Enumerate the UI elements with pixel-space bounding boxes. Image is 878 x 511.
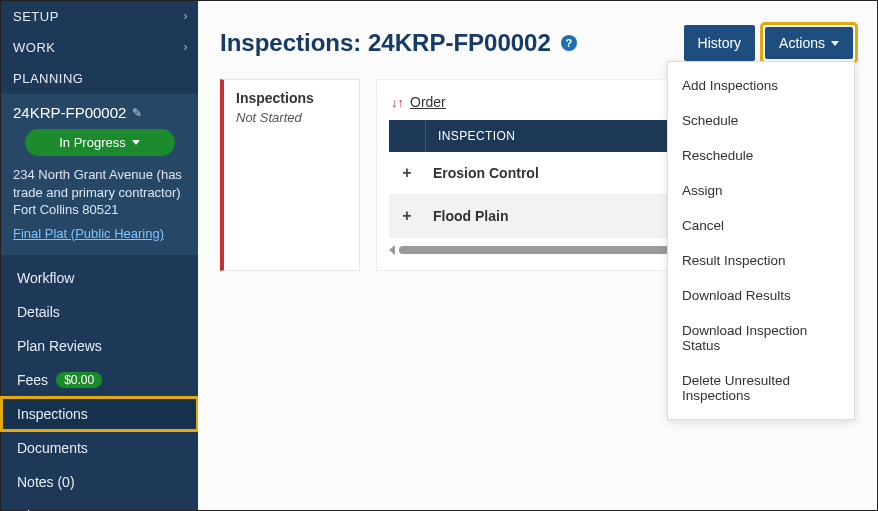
top-nav: SETUP WORK PLANNING bbox=[1, 1, 198, 94]
nav-workflow[interactable]: Workflow bbox=[1, 261, 198, 295]
page-title-text: Inspections: 24KRP-FP00002 bbox=[220, 29, 551, 57]
caret-down-icon bbox=[132, 140, 140, 145]
fee-amount-pill: $0.00 bbox=[56, 372, 102, 388]
action-download-results[interactable]: Download Results bbox=[668, 278, 854, 313]
edit-icon[interactable]: ✎ bbox=[132, 106, 142, 120]
nav-inspections[interactable]: Inspections bbox=[1, 397, 198, 431]
status-card: Inspections Not Started bbox=[220, 79, 360, 271]
status-card-subtitle: Not Started bbox=[236, 110, 347, 125]
actions-button-highlight: Actions bbox=[763, 25, 855, 61]
sidebar: SETUP WORK PLANNING 24KRP-FP00002 ✎ In P… bbox=[1, 1, 198, 510]
action-add-inspections[interactable]: Add Inspections bbox=[668, 68, 854, 103]
actions-button-label: Actions bbox=[779, 35, 825, 51]
expand-icon[interactable]: + bbox=[389, 152, 425, 194]
sort-arrow-icon: ↓↑ bbox=[391, 95, 404, 110]
nav-plan-reviews[interactable]: Plan Reviews bbox=[1, 329, 198, 363]
action-assign[interactable]: Assign bbox=[668, 173, 854, 208]
nav-details[interactable]: Details bbox=[1, 295, 198, 329]
page-title: Inspections: 24KRP-FP00002 ? bbox=[220, 29, 577, 57]
nav-documents[interactable]: Documents bbox=[1, 431, 198, 465]
status-pill[interactable]: In Progress bbox=[25, 129, 175, 156]
scroll-left-icon[interactable] bbox=[389, 245, 395, 255]
action-schedule[interactable]: Schedule bbox=[668, 103, 854, 138]
nav-notes[interactable]: Notes (0) bbox=[1, 465, 198, 499]
action-reschedule[interactable]: Reschedule bbox=[668, 138, 854, 173]
status-card-title: Inspections bbox=[236, 90, 347, 106]
case-id: 24KRP-FP00002 ✎ bbox=[13, 104, 186, 121]
topnav-planning[interactable]: PLANNING bbox=[1, 63, 198, 94]
header-actions: History Actions bbox=[684, 25, 855, 61]
page-header: Inspections: 24KRP-FP00002 ? History Act… bbox=[220, 25, 855, 61]
section-nav: Workflow Details Plan Reviews Fees $0.00… bbox=[1, 255, 198, 511]
case-id-text: 24KRP-FP00002 bbox=[13, 104, 126, 121]
case-panel: 24KRP-FP00002 ✎ In Progress 234 North Gr… bbox=[1, 94, 198, 255]
nav-fees-label: Fees bbox=[17, 372, 48, 388]
action-download-status[interactable]: Download Inspection Status bbox=[668, 313, 854, 363]
order-link[interactable]: Order bbox=[410, 94, 446, 110]
help-icon[interactable]: ? bbox=[561, 35, 577, 51]
status-label: In Progress bbox=[59, 135, 125, 150]
case-address: 234 North Grant Avenue (has trade and pr… bbox=[13, 166, 186, 219]
th-expand bbox=[389, 120, 425, 152]
action-result-inspection[interactable]: Result Inspection bbox=[668, 243, 854, 278]
case-link[interactable]: Final Plat (Public Hearing) bbox=[13, 226, 164, 241]
main: Inspections: 24KRP-FP00002 ? History Act… bbox=[198, 1, 877, 510]
history-button[interactable]: History bbox=[684, 25, 756, 61]
action-cancel[interactable]: Cancel bbox=[668, 208, 854, 243]
topnav-work[interactable]: WORK bbox=[1, 32, 198, 63]
nav-fees[interactable]: Fees $0.00 bbox=[1, 363, 198, 397]
actions-menu: Add Inspections Schedule Reschedule Assi… bbox=[667, 61, 855, 420]
caret-down-icon bbox=[831, 41, 839, 46]
topnav-setup[interactable]: SETUP bbox=[1, 1, 198, 32]
action-delete-unresulted[interactable]: Delete Unresulted Inspections bbox=[668, 363, 854, 413]
actions-button[interactable]: Actions bbox=[765, 27, 853, 59]
nav-history[interactable]: History bbox=[1, 499, 198, 511]
expand-icon[interactable]: + bbox=[389, 195, 425, 237]
